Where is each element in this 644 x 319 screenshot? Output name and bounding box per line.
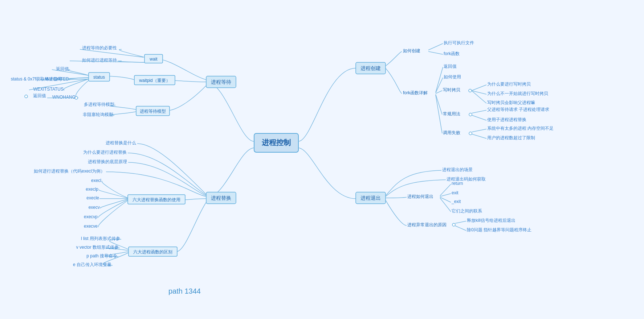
leaf-kill-signal: 释放kill信号给进程后退出 xyxy=(467,218,515,223)
svg-line-34 xyxy=(472,134,486,138)
waitpid-label: waitpid（重要） xyxy=(139,78,170,83)
leaf-why-replace: 为什么要进行进程替换 xyxy=(83,150,127,155)
path-label: path 1344 xyxy=(168,287,201,295)
leaf-exit-scene: 进程退出的场景 xyxy=(442,167,473,172)
six-func-label: 六大进程替换函数的使用 xyxy=(133,197,180,202)
how-create-label: 如何创建 xyxy=(403,48,420,53)
leaf-relation: 它们之间的联系 xyxy=(452,208,482,214)
svg-line-24 xyxy=(472,85,486,91)
svg-line-33 xyxy=(472,129,486,132)
process-exit-label: 进程退出 xyxy=(360,195,381,201)
leaf-how-use: 如何使用 xyxy=(444,74,461,79)
leaf-execvp: execvp xyxy=(84,214,98,219)
wait-label: wait xyxy=(149,57,158,62)
abnormal-exit-label: 进程异常退出的原因 xyxy=(407,222,447,227)
process-replace-label: 进程替换 xyxy=(211,195,231,201)
status-label: status xyxy=(93,75,105,80)
svg-line-3 xyxy=(80,49,143,57)
leaf-status-signal: status & 0x7f获取终止信号 xyxy=(11,76,62,82)
leaf-exec-file: 执行可执行文件 xyxy=(444,40,474,45)
leaf-cow-parent: 写时拷贝会影响父进程嘛 xyxy=(487,100,535,105)
leaf-p-path: p path 搜导命令 xyxy=(86,253,117,258)
leaf-wexitstatus: WEXITSTATUS xyxy=(33,87,64,92)
leaf-nonblock-wait: 非阻塞轮询模型 xyxy=(83,112,113,117)
leaf-use-child-replace: 使用子进程进程替换 xyxy=(487,117,526,122)
svg-point-23 xyxy=(469,89,472,92)
svg-line-27 xyxy=(436,94,442,115)
svg-line-30 xyxy=(472,115,486,120)
leaf-fork-func: fork函数 xyxy=(444,51,460,56)
leaf-execve: execve xyxy=(84,224,98,229)
leaf-why-not-cow: 为什么不一开始就进行写时拷贝 xyxy=(487,91,548,96)
cow-label: 写时拷贝 xyxy=(443,87,460,92)
leaf-necessity: 进程等待的必要性 xyxy=(82,45,117,50)
leaf-too-many-proc: 系统中有太多的进程 内存空间不足 xyxy=(487,126,554,131)
leaf-execle: execle xyxy=(86,195,99,200)
leaf-return: return xyxy=(452,181,463,186)
svg-line-41 xyxy=(455,221,466,223)
svg-line-42 xyxy=(455,226,466,231)
leaf-principle-replace: 进程替换的底层原理 xyxy=(88,159,127,164)
leaf-execl: execl xyxy=(91,178,101,183)
svg-point-28 xyxy=(469,113,472,116)
leaf-l-list: l list 用列表形式传参 xyxy=(81,236,120,241)
leaf-underscore-exit: _exit xyxy=(451,199,461,204)
svg-point-40 xyxy=(452,223,455,226)
leaf-e-env: e 自己传入环境变量 xyxy=(73,262,111,267)
leaf-retval-fork: 返回值 xyxy=(444,64,457,69)
leaf-what-replace: 进程替换是什么 xyxy=(106,140,136,145)
process-wait-label: 进程等待 xyxy=(211,79,231,85)
normal-usage-label: 常规用法 xyxy=(443,111,460,116)
svg-line-19 xyxy=(428,51,443,54)
leaf-execv: execv xyxy=(89,205,100,210)
leaf-v-vector: v vector 数组形式传参 xyxy=(76,245,119,250)
fork-detail-label: fork函数详解 xyxy=(403,90,428,95)
leaf-user-limit: 用户的进程数超过了限制 xyxy=(487,135,535,140)
leaf-multi-wait: 多进程等待模型 xyxy=(84,102,114,107)
leaf-parent-child-req: 父进程等待请求 子进程处理请求 xyxy=(487,107,549,112)
leaf-execlp: execlp xyxy=(86,187,98,192)
leaf-how-replace: 如何进行进程替换（代码execl为例） xyxy=(34,169,105,174)
leaf-wnohang: WNOHANG xyxy=(52,95,76,100)
process-create-label: 进程创建 xyxy=(360,65,381,71)
svg-point-32 xyxy=(469,132,472,135)
six-diff-label: 六大进程函数的区别 xyxy=(133,249,172,254)
how-exit-label: 进程如何退出 xyxy=(407,194,433,199)
leaf-exit: exit xyxy=(452,190,458,195)
svg-line-29 xyxy=(472,110,486,113)
svg-line-18 xyxy=(428,44,443,50)
center-label: 进程控制 xyxy=(261,138,291,146)
wait-model-label: 进程等待模型 xyxy=(140,109,166,114)
svg-line-7 xyxy=(52,70,89,75)
svg-line-31 xyxy=(436,95,442,133)
leaf-retval-wnohang: 返回值 xyxy=(33,93,46,98)
leaf-why-cow: 为什么要进行写时拷贝 xyxy=(487,82,531,87)
leaf-div-zero: 除0问题 指针越界等问题程序终止 xyxy=(467,227,531,232)
svg-point-12 xyxy=(25,95,28,98)
call-fail-label: 调用失败 xyxy=(443,130,460,135)
